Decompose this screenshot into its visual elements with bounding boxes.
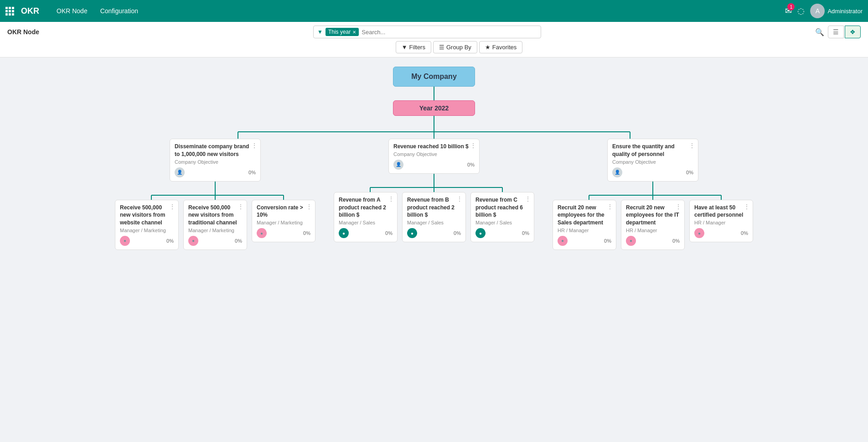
obj1-footer: 👤 0% bbox=[175, 167, 256, 177]
top-right-actions: ✉ 1 ◌ A Administrator bbox=[785, 4, 863, 18]
kr2-avatar: ● bbox=[188, 236, 198, 246]
obj1-subtitle: Company Objective bbox=[175, 159, 256, 165]
search-bar: OKR Node ▼ This year ✕ 🔍 ☰ ❖ ▼ Filters ☰… bbox=[0, 22, 868, 57]
kr3-title: Conversion rate > 10% bbox=[257, 204, 310, 219]
hierarchy-view-button[interactable]: ❖ bbox=[845, 26, 861, 38]
obj1-kr1[interactable]: ⋮ Receive 500,000 new visitors from webs… bbox=[115, 200, 179, 250]
obj2-kr3-title: Revenue from C product reached 6 billion… bbox=[475, 196, 529, 219]
kr1-title: Receive 500,000 new visitors from websit… bbox=[120, 204, 174, 227]
obj3-title: Ensure the quantity and quality of perso… bbox=[612, 143, 693, 158]
view-buttons: ☰ ❖ bbox=[828, 26, 861, 38]
chat-badge: 1 bbox=[787, 3, 795, 10]
kr2-progress: 0% bbox=[235, 238, 242, 244]
groupby-label: Group By bbox=[446, 44, 471, 51]
obj1-krs: ⋮ Receive 500,000 new visitors from webs… bbox=[115, 200, 315, 250]
obj3-subtitle: Company Objective bbox=[612, 159, 693, 165]
obj2-kr1-progress: 0% bbox=[385, 230, 393, 236]
filter-icon: ▼ bbox=[402, 44, 408, 51]
chat-icon[interactable]: ✉ 1 bbox=[785, 6, 792, 16]
filters-button[interactable]: ▼ Filters bbox=[396, 41, 431, 53]
search-input[interactable] bbox=[362, 29, 537, 36]
kr2-menu[interactable]: ⋮ bbox=[238, 203, 244, 210]
apps-icon[interactable] bbox=[5, 7, 14, 16]
obj2-kr-connector bbox=[345, 174, 523, 192]
obj3-progress: 0% bbox=[686, 170, 693, 175]
obj2-kr2-subtitle: Manager / Sales bbox=[407, 220, 461, 225]
menu-okr-node[interactable]: OKR Node bbox=[50, 0, 94, 22]
obj2-kr1-footer: ● 0% bbox=[339, 228, 393, 238]
obj2-subtitle: Company Objective bbox=[393, 151, 475, 157]
favorites-label: Favorites bbox=[492, 44, 517, 51]
obj3-kr1-menu[interactable]: ⋮ bbox=[607, 203, 613, 210]
kr1-avatar: ● bbox=[120, 236, 130, 246]
obj2-kr2[interactable]: ⋮ Revenue from B product reached 2 billi… bbox=[402, 192, 466, 242]
objective-1[interactable]: ⋮ Disseminate company brand to 1,000,000… bbox=[170, 139, 261, 182]
obj2-kr1-subtitle: Manager / Sales bbox=[339, 220, 393, 225]
obj3-kr1-subtitle: HR / Manager bbox=[558, 228, 611, 233]
groupby-button[interactable]: ☰ Group By bbox=[433, 41, 477, 53]
obj1-progress: 0% bbox=[248, 170, 256, 175]
filter-tag-this-year[interactable]: This year ✕ bbox=[326, 28, 359, 36]
obj2-kr2-footer: ● 0% bbox=[407, 228, 461, 238]
obj2-kr3-subtitle: Manager / Sales bbox=[475, 220, 529, 225]
obj3-krs: ⋮ Recruit 20 new employees for the Sales… bbox=[553, 200, 753, 250]
root-node[interactable]: My Company bbox=[393, 67, 475, 87]
obj3-kr3-subtitle: HR / Manager bbox=[694, 220, 748, 225]
kr3-menu[interactable]: ⋮ bbox=[306, 203, 312, 210]
list-view-button[interactable]: ☰ bbox=[828, 26, 844, 38]
obj3-kr2-progress: 0% bbox=[672, 238, 680, 244]
kr3-subtitle: Manager / Marketing bbox=[257, 220, 310, 225]
obj3-kr1[interactable]: ⋮ Recruit 20 new employees for the Sales… bbox=[553, 200, 616, 250]
obj2-kr3-progress: 0% bbox=[522, 230, 529, 236]
obj1-kr2[interactable]: ⋮ Receive 500,000 new visitors from trad… bbox=[183, 200, 247, 250]
kr1-menu[interactable]: ⋮ bbox=[169, 203, 176, 210]
obj3-kr2-menu[interactable]: ⋮ bbox=[675, 203, 682, 210]
obj3-branch-svg bbox=[562, 191, 744, 200]
kr1-subtitle: Manager / Marketing bbox=[120, 228, 174, 233]
branch-lines-svg bbox=[115, 125, 753, 139]
obj3-footer: 👤 0% bbox=[612, 167, 693, 177]
obj3-kr3[interactable]: ⋮ Have at least 50 certified personnel H… bbox=[689, 200, 753, 243]
objective-2[interactable]: ⋮ Revenue reached 10 billion $ Company O… bbox=[388, 139, 480, 174]
obj2-kr1[interactable]: ⋮ Revenue from A product reached 2 billi… bbox=[334, 192, 398, 242]
filter-tag-label: This year bbox=[328, 29, 351, 35]
obj2-menu[interactable]: ⋮ bbox=[470, 142, 476, 149]
obj3-menu[interactable]: ⋮ bbox=[689, 142, 695, 149]
kr2-footer: ● 0% bbox=[188, 236, 242, 246]
obj2-kr2-progress: 0% bbox=[454, 230, 461, 236]
favorites-button[interactable]: ★ Favorites bbox=[479, 41, 522, 53]
obj3-col: ⋮ Ensure the quantity and quality of per… bbox=[553, 139, 753, 250]
obj2-footer: 👤 0% bbox=[393, 160, 475, 170]
obj1-kr-connector bbox=[129, 182, 302, 200]
search-input-area: ▼ This year ✕ bbox=[313, 26, 541, 38]
org-chart: My Company Year 2022 bbox=[9, 67, 859, 250]
obj2-kr1-menu[interactable]: ⋮ bbox=[388, 195, 394, 203]
filter-tag-close[interactable]: ✕ bbox=[352, 30, 356, 35]
obj3-kr3-menu[interactable]: ⋮ bbox=[744, 203, 750, 210]
obj2-progress: 0% bbox=[467, 162, 475, 167]
obj1-menu[interactable]: ⋮ bbox=[251, 142, 258, 149]
obj3-kr2-title: Recruit 20 new employees for the IT depa… bbox=[626, 204, 680, 227]
connector-root-year bbox=[434, 87, 434, 100]
obj3-kr3-progress: 0% bbox=[741, 230, 748, 236]
obj1-kr3[interactable]: ⋮ Conversion rate > 10% Manager / Market… bbox=[252, 200, 315, 243]
objectives-row: ⋮ Disseminate company brand to 1,000,000… bbox=[115, 139, 753, 250]
user-avatar[interactable]: A Administrator bbox=[810, 4, 863, 18]
obj3-kr2[interactable]: ⋮ Recruit 20 new employees for the IT de… bbox=[621, 200, 685, 250]
obj2-kr2-menu[interactable]: ⋮ bbox=[456, 195, 463, 203]
clock-icon[interactable]: ◌ bbox=[797, 6, 805, 16]
obj2-kr3-menu[interactable]: ⋮ bbox=[525, 195, 531, 203]
obj1-avatar: 👤 bbox=[175, 167, 185, 177]
obj3-avatar: 👤 bbox=[612, 167, 622, 177]
kr1-progress: 0% bbox=[166, 238, 174, 244]
search-button[interactable]: 🔍 bbox=[815, 28, 824, 36]
obj3-kr1-avatar: ● bbox=[558, 236, 568, 246]
obj2-kr3-avatar: ● bbox=[475, 228, 486, 238]
obj3-kr1-title: Recruit 20 new employees for the Sales d… bbox=[558, 204, 611, 227]
year-node[interactable]: Year 2022 bbox=[393, 100, 475, 116]
top-menu: OKR Node Configuration bbox=[50, 0, 145, 22]
menu-configuration[interactable]: Configuration bbox=[94, 0, 145, 22]
obj2-branch-svg bbox=[345, 183, 523, 192]
objective-3[interactable]: ⋮ Ensure the quantity and quality of per… bbox=[607, 139, 698, 182]
obj2-kr3[interactable]: ⋮ Revenue from C product reached 6 billi… bbox=[470, 192, 534, 242]
